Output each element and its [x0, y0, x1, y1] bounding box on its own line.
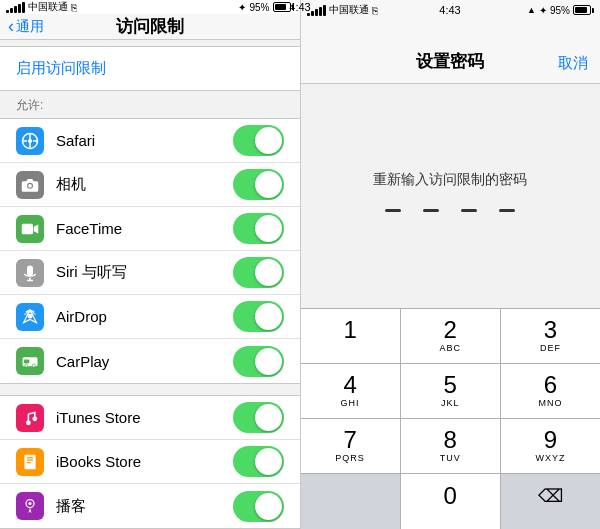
itunes-item[interactable]: iTunes Store [0, 396, 300, 440]
facetime-toggle[interactable] [233, 213, 284, 244]
key-2-num: 2 [444, 318, 457, 342]
key-5-num: 5 [444, 373, 457, 397]
wifi-icon: ⎘ [71, 2, 77, 13]
dot-2 [423, 209, 439, 212]
numpad-row-4: 0 ⌫ [301, 474, 601, 529]
facetime-label: FaceTime [56, 220, 233, 237]
camera-toggle[interactable] [233, 169, 284, 200]
svg-point-17 [32, 364, 35, 367]
key-1[interactable]: 1 [301, 309, 401, 363]
right-nav-title: 设置密码 [416, 50, 484, 73]
svg-marker-5 [28, 137, 33, 145]
camera-label: 相机 [56, 175, 233, 194]
key-2-sub: ABC [440, 343, 462, 354]
allow-label: 允许: [16, 98, 43, 112]
right-carrier-label: 中国联通 [329, 3, 369, 17]
svg-point-25 [28, 502, 31, 505]
svg-rect-21 [27, 457, 33, 458]
key-6[interactable]: 6 MNO [501, 364, 600, 418]
key-8-sub: TUV [440, 453, 461, 464]
svg-rect-22 [27, 459, 33, 460]
key-5[interactable]: 5 JKL [401, 364, 501, 418]
svg-point-19 [32, 416, 37, 421]
ibooks-toggle[interactable] [233, 446, 284, 477]
ibooks-item[interactable]: iBooks Store [0, 440, 300, 484]
delete-icon: ⌫ [538, 487, 563, 505]
carplay-toggle[interactable] [233, 346, 284, 377]
dot-3 [461, 209, 477, 212]
safari-icon [16, 127, 44, 155]
key-7[interactable]: 7 PQRS [301, 419, 401, 473]
key-3-sub: DEF [540, 343, 561, 354]
cancel-button[interactable]: 取消 [558, 54, 588, 73]
safari-label: Safari [56, 132, 233, 149]
section-gap-1 [0, 384, 300, 395]
dot-4 [499, 209, 515, 212]
key-6-num: 6 [544, 373, 557, 397]
key-0[interactable]: 0 [401, 474, 501, 529]
passcode-dots [385, 209, 515, 212]
key-8[interactable]: 8 TUV [401, 419, 501, 473]
numpad-row-3: 7 PQRS 8 TUV 9 WXYZ [301, 419, 601, 474]
allow-list-2: iTunes Store iBooks Store [0, 395, 300, 529]
podcast-icon [16, 492, 44, 520]
signal-icon [6, 2, 25, 13]
itunes-label: iTunes Store [56, 409, 233, 426]
siri-toggle[interactable] [233, 257, 284, 288]
left-status-carrier: 中国联通 ⎘ [6, 0, 77, 14]
key-9[interactable]: 9 WXYZ [501, 419, 600, 473]
allow-section-label: 允许: [0, 91, 300, 118]
key-9-sub: WXYZ [535, 453, 565, 464]
airdrop-item[interactable]: AirDrop [0, 295, 300, 339]
right-battery-icon [573, 5, 594, 15]
carplay-item[interactable]: CarPlay [0, 339, 300, 383]
svg-marker-9 [34, 224, 39, 233]
battery-label: 95% [249, 2, 269, 13]
itunes-toggle[interactable] [233, 402, 284, 433]
svg-rect-8 [22, 224, 33, 235]
key-0-num: 0 [444, 484, 457, 508]
key-9-num: 9 [544, 428, 557, 452]
svg-point-13 [28, 314, 33, 319]
podcast-item[interactable]: 播客 [0, 484, 300, 528]
svg-rect-23 [27, 462, 31, 463]
right-nav-bar: 设置密码 取消 [301, 20, 601, 84]
svg-point-16 [25, 364, 28, 367]
key-7-sub: PQRS [335, 453, 365, 464]
bt-icon: ✦ [238, 2, 246, 13]
airdrop-icon [16, 303, 44, 331]
safari-item[interactable]: Safari [0, 119, 300, 163]
carplay-label: CarPlay [56, 353, 233, 370]
key-4-sub: GHI [341, 398, 360, 409]
facetime-item[interactable]: FaceTime [0, 207, 300, 251]
numpad-row-1: 1 2 ABC 3 DEF [301, 309, 601, 364]
right-battery-label: 95% [550, 5, 570, 16]
key-5-sub: JKL [441, 398, 460, 409]
key-2[interactable]: 2 ABC [401, 309, 501, 363]
back-button[interactable]: ‹ 通用 [8, 16, 44, 37]
safari-toggle[interactable] [233, 125, 284, 156]
left-status-bar: 中国联通 ⎘ 4:43 ✦ 95% [0, 0, 300, 14]
back-label: 通用 [16, 18, 44, 36]
enable-restrictions-button[interactable]: 启用访问限制 [0, 46, 300, 91]
camera-item[interactable]: 相机 [0, 163, 300, 207]
right-wifi-icon: ⎘ [372, 5, 378, 16]
key-8-num: 8 [444, 428, 457, 452]
key-4[interactable]: 4 GHI [301, 364, 401, 418]
right-status-carrier: 中国联通 ⎘ [307, 3, 378, 17]
podcast-toggle[interactable] [233, 491, 284, 522]
right-location-icon: ▲ [527, 5, 536, 15]
prompt-text: 重新输入访问限制的密码 [373, 171, 527, 189]
numpad-row-2: 4 GHI 5 JKL 6 MNO [301, 364, 601, 419]
left-panel: 中国联通 ⎘ 4:43 ✦ 95% ‹ 通用 访问限制 启用访问限制 允许: [0, 0, 300, 529]
enable-label: 启用访问限制 [16, 59, 106, 76]
key-3[interactable]: 3 DEF [501, 309, 600, 363]
airdrop-toggle[interactable] [233, 301, 284, 332]
key-empty [301, 474, 401, 529]
delete-key[interactable]: ⌫ [501, 474, 600, 529]
left-nav-title: 访问限制 [116, 15, 184, 38]
svg-rect-10 [27, 265, 33, 276]
ibooks-label: iBooks Store [56, 453, 233, 470]
siri-item[interactable]: Siri 与听写 [0, 251, 300, 295]
ibooks-icon [16, 448, 44, 476]
